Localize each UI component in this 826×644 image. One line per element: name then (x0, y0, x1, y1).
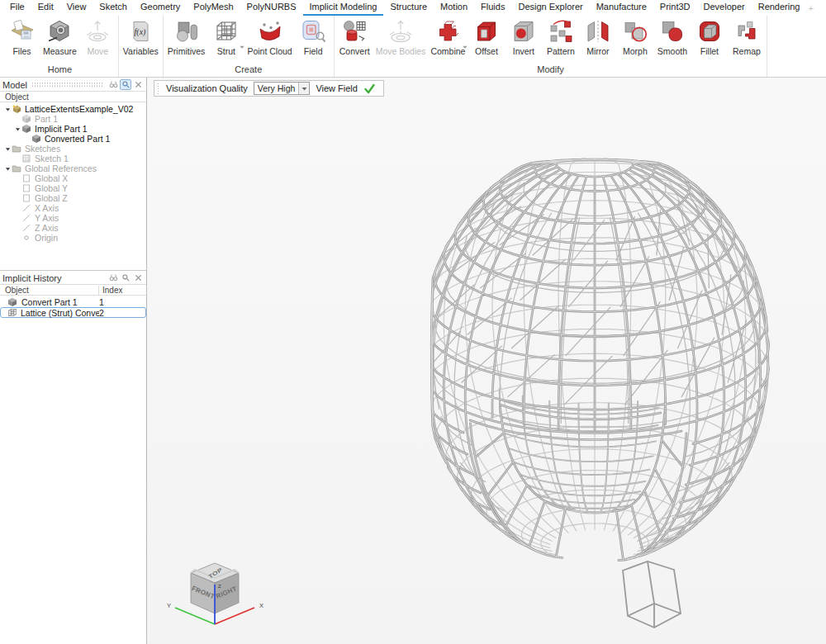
tree-item-global-y[interactable]: Global Y (0, 183, 146, 193)
expand-chevron-icon[interactable] (3, 107, 12, 112)
ribbon-button-measure[interactable]: Measure (40, 16, 79, 56)
menu-item-view[interactable]: View (60, 0, 93, 16)
menu-item-print3d[interactable]: Print3D (653, 0, 697, 16)
axis-icon (21, 213, 32, 223)
menu-item-design-explorer[interactable]: Design Explorer (511, 0, 589, 16)
ribbon-group-1: f(x)Variables (119, 16, 164, 77)
cube-dark-icon (31, 134, 42, 144)
plane-icon (21, 193, 32, 203)
tree-item-part-1[interactable]: Part 1 (0, 114, 146, 124)
toolbar-drag-handle[interactable] (157, 83, 160, 94)
plane-icon (21, 183, 32, 193)
model-panel-header: Model (0, 78, 146, 91)
menu-item-file[interactable]: File (3, 0, 31, 16)
menu-item-rendering[interactable]: Rendering (752, 0, 807, 16)
menu-item-implicit-modeling[interactable]: Implicit Modeling (303, 0, 384, 16)
menu-item-sketch[interactable]: Sketch (93, 0, 134, 16)
3d-viewport[interactable]: Visualization Quality Very High View Fie… (147, 78, 826, 644)
offset-icon (473, 18, 500, 45)
ribbon-button-strut[interactable]: Strut (207, 16, 244, 56)
fillet-icon (696, 18, 723, 45)
primitives-icon (173, 18, 200, 45)
ribbon-button-pattern[interactable]: Pattern (542, 16, 579, 56)
morph-icon (622, 18, 648, 45)
ribbon-button-fillet[interactable]: Fillet (691, 16, 728, 56)
left-panel-column: Model Object LatticeExtentsExample_V02Pa… (0, 78, 147, 644)
history-panel-header: Implicit History (0, 271, 146, 284)
ribbon-button-files[interactable]: Files (3, 16, 40, 56)
menu-bar: FileEditViewSketchGeometryPolyMeshPolyNU… (0, 0, 826, 16)
history-row-lattice-strut-converted-p[interactable]: Lattice (Strut) Converted P...2 (0, 307, 146, 318)
menu-item-edit[interactable]: Edit (31, 0, 60, 16)
files-icon (9, 18, 36, 45)
find-icon[interactable] (107, 79, 119, 90)
cube-light-icon (21, 114, 32, 124)
ribbon-button-label: Invert (513, 46, 534, 56)
panel-drag-handle[interactable] (31, 82, 102, 88)
z-axis-label: Z (218, 584, 221, 589)
move-bodies-icon (387, 18, 414, 45)
field-icon (300, 18, 326, 45)
ribbon-button-label: Field (304, 46, 323, 56)
variables-icon: f(x) (127, 18, 154, 45)
ribbon-button-offset[interactable]: Offset (468, 16, 505, 56)
expand-chevron-icon[interactable] (13, 126, 21, 132)
menu-item-manufacture[interactable]: Manufacture (590, 0, 653, 16)
tree-item-origin[interactable]: Origin (0, 233, 146, 243)
menu-item-polynurbs[interactable]: PolyNURBS (240, 0, 303, 16)
ribbon-button-combine[interactable]: Combine (428, 16, 468, 56)
tree-item-sketch-1[interactable]: Sketch 1 (0, 154, 146, 163)
ribbon-button-invert[interactable]: Invert (505, 16, 542, 56)
close-panel-icon[interactable] (132, 272, 144, 283)
ribbon-button-remap[interactable]: Remap (728, 16, 765, 56)
y-axis-label: Y (167, 602, 171, 609)
tree-item-sketches[interactable]: Sketches (0, 144, 146, 154)
tree-item-implicit-part-1[interactable]: Implicit Part 1 (0, 124, 146, 134)
x-axis-label: X (259, 602, 263, 609)
tree-item-global-references[interactable]: Global References (0, 163, 146, 173)
expand-chevron-icon[interactable] (3, 146, 12, 152)
convert-icon (341, 18, 368, 45)
tree-item-latticeextentsexample-v02[interactable]: LatticeExtentsExample_V02 (0, 104, 146, 114)
tree-item-z-axis[interactable]: Z Axis (0, 223, 146, 233)
ribbon-button-morph[interactable]: Morph (616, 16, 653, 56)
tree-item-converted-part-1[interactable]: Converted Part 1 (0, 134, 146, 144)
menu-item-motion[interactable]: Motion (434, 0, 474, 16)
close-panel-icon[interactable] (132, 79, 144, 90)
menu-item-fluids[interactable]: Fluids (474, 0, 511, 16)
view-cube[interactable]: TOP FRONT RIGHT Z Y X (155, 553, 271, 636)
add-tab-icon[interactable]: + (806, 2, 818, 16)
expand-chevron-icon[interactable] (3, 166, 12, 172)
menu-item-geometry[interactable]: Geometry (134, 0, 187, 16)
tree-item-label: Sketches (25, 144, 60, 154)
ribbon-button-convert[interactable]: Convert (336, 16, 373, 56)
search-icon[interactable] (120, 272, 131, 283)
ribbon-button-variables[interactable]: f(x)Variables (121, 16, 161, 56)
implicit-history-panel: Implicit History Object Index Convert Pa… (0, 270, 146, 644)
tree-item-global-x[interactable]: Global X (0, 173, 146, 183)
find-icon[interactable] (107, 272, 119, 283)
menu-item-polymesh[interactable]: PolyMesh (187, 0, 240, 16)
view-field-checkmark-icon[interactable] (363, 83, 376, 95)
ribbon-toolbar: FilesMeasureMoveHomef(x)VariablesPrimiti… (0, 16, 826, 78)
point-cloud-icon (257, 18, 283, 45)
ribbon-group-modify: ConvertMove BodiesCombineOffsetInvertPat… (335, 16, 768, 77)
history-drag-handle (66, 275, 102, 281)
measure-icon (46, 18, 73, 45)
ribbon-button-primitives[interactable]: Primitives (165, 16, 208, 56)
quality-dropdown[interactable]: Very High (254, 82, 311, 95)
menu-item-structure[interactable]: Structure (383, 0, 434, 16)
ribbon-button-label: Primitives (168, 46, 206, 56)
tree-item-y-axis[interactable]: Y Axis (0, 213, 146, 223)
search-icon[interactable] (120, 79, 131, 90)
ribbon-button-mirror[interactable]: Mirror (579, 16, 616, 56)
ribbon-button-point-cloud[interactable]: Point Cloud (244, 16, 294, 56)
history-rows: Convert Part 11Lattice (Strut) Converted… (0, 296, 146, 644)
history-row-convert-part-1[interactable]: Convert Part 11 (0, 296, 146, 307)
tree-item-global-z[interactable]: Global Z (0, 193, 146, 203)
sketch-icon (21, 154, 32, 163)
ribbon-button-field[interactable]: Field (295, 16, 332, 56)
ribbon-button-smooth[interactable]: Smooth (653, 16, 691, 56)
menu-item-developer[interactable]: Developer (697, 0, 752, 16)
tree-item-x-axis[interactable]: X Axis (0, 203, 146, 213)
